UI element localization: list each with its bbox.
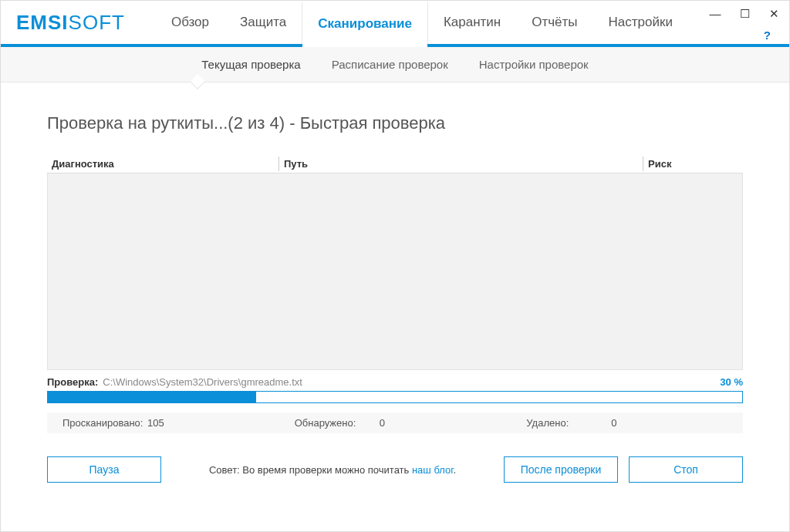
tip-suffix: . (453, 464, 456, 476)
brand-logo: EMSISOFT (16, 11, 125, 35)
stat-deleted-label: Удалено: (511, 417, 611, 429)
nav-reports[interactable]: Отчёты (516, 1, 592, 44)
nav-quarantine[interactable]: Карантин (428, 1, 516, 44)
page-title: Проверка на руткиты...(2 из 4) - Быстрая… (47, 113, 743, 133)
nav-overview[interactable]: Обзор (156, 1, 225, 44)
progress-line: Проверка: C:\Windows\System32\Drivers\gm… (47, 376, 743, 388)
help-icon[interactable]: ? (764, 29, 771, 42)
brand-b: SOFT (69, 11, 125, 34)
results-table-header: Диагностика Путь Риск (47, 157, 743, 173)
sub-nav-bar: Текущая проверка Расписание проверок Нас… (1, 47, 789, 82)
window-controls: — ☐ ✕ (709, 7, 780, 21)
results-table-body (47, 173, 743, 370)
brand-a: EMSI (16, 11, 69, 34)
pause-button[interactable]: Пауза (47, 456, 161, 483)
stat-scanned-label: Просканировано: (47, 417, 147, 429)
tip-prefix: Совет: Во время проверки можно почитать (209, 464, 412, 476)
app-window: — ☐ ✕ ? EMSISOFT Обзор Защита Сканирован… (0, 0, 790, 532)
progress-file: C:\Windows\System32\Drivers\gmreadme.txt (103, 376, 302, 388)
stat-deleted-value: 0 (611, 417, 616, 429)
subnav-schedule[interactable]: Расписание проверок (332, 58, 448, 71)
stop-button[interactable]: Стоп (629, 456, 743, 483)
minimize-icon[interactable]: — (709, 7, 721, 21)
sub-nav: Текущая проверка Расписание проверок Нас… (1, 47, 789, 82)
col-path[interactable]: Путь (279, 157, 643, 171)
nav-settings[interactable]: Настройки (593, 1, 688, 44)
nav-scan[interactable]: Сканирование (302, 1, 428, 44)
stat-found-label: Обнаружено: (279, 417, 380, 429)
after-scan-button[interactable]: После проверки (504, 456, 618, 483)
content-area: Проверка на руткиты...(2 из 4) - Быстрая… (1, 82, 789, 531)
progress-percent: 30 % (720, 376, 743, 388)
tip-link[interactable]: наш блог (412, 464, 453, 476)
stat-found-value: 0 (380, 417, 385, 429)
col-diagnostics[interactable]: Диагностика (47, 157, 279, 171)
maximize-icon[interactable]: ☐ (738, 7, 751, 21)
stat-deleted: Удалено: 0 (511, 417, 743, 429)
col-risk[interactable]: Риск (643, 157, 743, 171)
bottom-row: Пауза Совет: Во время проверки можно поч… (47, 456, 743, 483)
close-icon[interactable]: ✕ (768, 7, 780, 21)
tip-text: Совет: Во время проверки можно почитать … (172, 464, 493, 476)
main-nav: Обзор Защита Сканирование Карантин Отчёт… (156, 1, 688, 44)
top-bar: EMSISOFT Обзор Защита Сканирование Каран… (1, 1, 789, 47)
scan-stats: Просканировано: 105 Обнаружено: 0 Удален… (47, 412, 743, 433)
subnav-current-scan[interactable]: Текущая проверка (201, 58, 300, 71)
stat-scanned-value: 105 (147, 417, 164, 429)
progress-bar-track (47, 391, 743, 403)
subnav-scan-settings[interactable]: Настройки проверок (479, 58, 589, 71)
progress-label: Проверка: (47, 376, 98, 388)
nav-protection[interactable]: Защита (225, 1, 302, 44)
stat-found: Обнаружено: 0 (279, 417, 511, 429)
progress-bar-fill (48, 392, 256, 402)
stat-scanned: Просканировано: 105 (47, 417, 279, 429)
